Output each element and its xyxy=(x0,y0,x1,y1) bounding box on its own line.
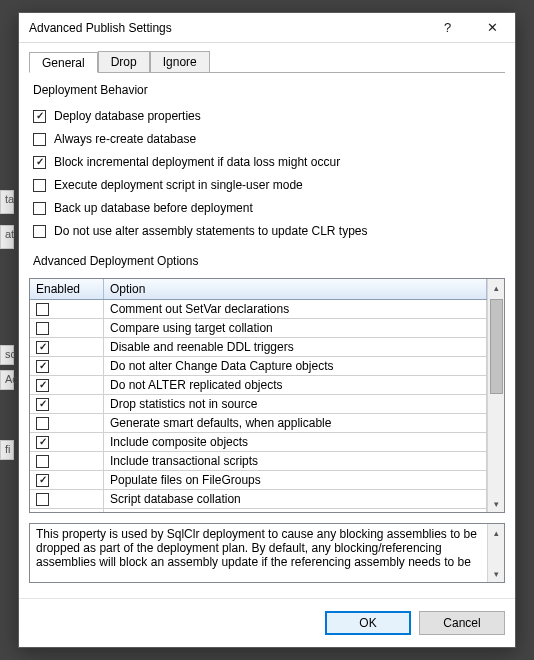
scroll-down-icon[interactable]: ▾ xyxy=(488,495,505,512)
button-row: OK Cancel xyxy=(19,598,515,647)
table-row[interactable]: Populate files on FileGroups xyxy=(30,471,487,490)
row-enabled-cell xyxy=(30,452,104,470)
bg-fragment: Ac xyxy=(0,370,14,390)
row-enabled-cell xyxy=(30,414,104,432)
checkbox[interactable] xyxy=(36,341,49,354)
behavior-option: Back up database before deployment xyxy=(33,198,505,218)
checkbox[interactable] xyxy=(33,133,46,146)
advanced-publish-dialog: Advanced Publish Settings ? ✕ GeneralDro… xyxy=(18,12,516,648)
scroll-up-icon[interactable]: ▴ xyxy=(488,279,505,296)
row-option-cell: Do not ALTER replicated objects xyxy=(104,376,487,394)
row-enabled-cell xyxy=(30,509,104,512)
bg-fragment: fi xyxy=(0,440,14,460)
behavior-option: Always re-create database xyxy=(33,129,505,149)
table-row[interactable]: Compare using target collation xyxy=(30,319,487,338)
tab-drop[interactable]: Drop xyxy=(98,51,150,72)
row-option-cell: Compare using target collation xyxy=(104,319,487,337)
row-option-cell: Disable and reenable DDL triggers xyxy=(104,338,487,356)
behavior-option: Deploy database properties xyxy=(33,106,505,126)
behavior-options: Deploy database propertiesAlways re-crea… xyxy=(29,103,505,244)
row-option-cell: Populate files on FileGroups xyxy=(104,471,487,489)
behavior-option: Do not use alter assembly statements to … xyxy=(33,221,505,241)
grid-scrollbar[interactable]: ▴ ▾ xyxy=(487,279,504,512)
checkbox[interactable] xyxy=(36,474,49,487)
checkbox[interactable] xyxy=(36,512,49,513)
behavior-option-label: Block incremental deployment if data los… xyxy=(54,155,340,169)
checkbox[interactable] xyxy=(33,179,46,192)
scroll-up-icon[interactable]: ▴ xyxy=(488,524,505,541)
row-enabled-cell xyxy=(30,376,104,394)
scroll-down-icon[interactable]: ▾ xyxy=(488,565,505,582)
close-button[interactable]: ✕ xyxy=(470,13,515,43)
cancel-button[interactable]: Cancel xyxy=(419,611,505,635)
row-option-cell: Script database compatibility xyxy=(104,509,487,512)
col-option-header[interactable]: Option xyxy=(104,279,487,299)
row-option-cell: Comment out SetVar declarations xyxy=(104,300,487,318)
behavior-option-label: Do not use alter assembly statements to … xyxy=(54,224,368,238)
tab-ignore[interactable]: Ignore xyxy=(150,51,210,72)
behavior-option-label: Always re-create database xyxy=(54,132,196,146)
behavior-option-label: Deploy database properties xyxy=(54,109,201,123)
row-enabled-cell xyxy=(30,319,104,337)
behavior-option-label: Execute deployment script in single-user… xyxy=(54,178,303,192)
checkbox[interactable] xyxy=(36,455,49,468)
row-enabled-cell xyxy=(30,395,104,413)
behavior-option-label: Back up database before deployment xyxy=(54,201,253,215)
row-enabled-cell xyxy=(30,471,104,489)
help-button[interactable]: ? xyxy=(425,13,470,43)
table-row[interactable]: Script database compatibility xyxy=(30,509,487,512)
table-row[interactable]: Include transactional scripts xyxy=(30,452,487,471)
checkbox[interactable] xyxy=(33,110,46,123)
table-row[interactable]: Comment out SetVar declarations xyxy=(30,300,487,319)
row-option-cell: Include composite objects xyxy=(104,433,487,451)
behavior-header: Deployment Behavior xyxy=(33,83,505,97)
table-row[interactable]: Drop statistics not in source xyxy=(30,395,487,414)
description-scrollbar[interactable]: ▴ ▾ xyxy=(487,524,504,582)
row-enabled-cell xyxy=(30,357,104,375)
table-row[interactable]: Include composite objects xyxy=(30,433,487,452)
table-row[interactable]: Do not alter Change Data Capture objects xyxy=(30,357,487,376)
advanced-header: Advanced Deployment Options xyxy=(33,254,505,268)
grid-header: Enabled Option xyxy=(30,279,487,300)
row-option-cell: Do not alter Change Data Capture objects xyxy=(104,357,487,375)
bg-fragment: at xyxy=(0,225,14,249)
row-option-cell: Script database collation xyxy=(104,490,487,508)
row-enabled-cell xyxy=(30,338,104,356)
checkbox[interactable] xyxy=(36,417,49,430)
col-enabled-header[interactable]: Enabled xyxy=(30,279,104,299)
options-grid: Enabled Option Comment out SetVar declar… xyxy=(29,278,505,513)
row-enabled-cell xyxy=(30,433,104,451)
row-option-cell: Include transactional scripts xyxy=(104,452,487,470)
table-row[interactable]: Generate smart defaults, when applicable xyxy=(30,414,487,433)
checkbox[interactable] xyxy=(36,360,49,373)
row-enabled-cell xyxy=(30,490,104,508)
checkbox[interactable] xyxy=(36,493,49,506)
grid-rows: Comment out SetVar declarationsCompare u… xyxy=(30,300,487,512)
checkbox[interactable] xyxy=(33,202,46,215)
checkbox[interactable] xyxy=(33,156,46,169)
table-row[interactable]: Disable and reenable DDL triggers xyxy=(30,338,487,357)
checkbox[interactable] xyxy=(36,379,49,392)
checkbox[interactable] xyxy=(36,322,49,335)
scroll-thumb[interactable] xyxy=(490,299,503,394)
checkbox[interactable] xyxy=(33,225,46,238)
checkbox[interactable] xyxy=(36,398,49,411)
ok-button[interactable]: OK xyxy=(325,611,411,635)
titlebar: Advanced Publish Settings ? ✕ xyxy=(19,13,515,43)
row-option-cell: Generate smart defaults, when applicable xyxy=(104,414,487,432)
behavior-option: Block incremental deployment if data los… xyxy=(33,152,505,172)
checkbox[interactable] xyxy=(36,436,49,449)
behavior-option: Execute deployment script in single-user… xyxy=(33,175,505,195)
bg-fragment: sc xyxy=(0,345,14,365)
window-title: Advanced Publish Settings xyxy=(29,21,425,35)
row-option-cell: Drop statistics not in source xyxy=(104,395,487,413)
checkbox[interactable] xyxy=(36,303,49,316)
table-row[interactable]: Script database collation xyxy=(30,490,487,509)
description-text: This property is used by SqlClr deployme… xyxy=(30,524,487,582)
table-row[interactable]: Do not ALTER replicated objects xyxy=(30,376,487,395)
row-enabled-cell xyxy=(30,300,104,318)
dialog-body: GeneralDropIgnore Deployment Behavior De… xyxy=(19,43,515,598)
bg-fragment: ta xyxy=(0,190,14,214)
description-box: This property is used by SqlClr deployme… xyxy=(29,523,505,583)
tab-general[interactable]: General xyxy=(29,52,98,73)
